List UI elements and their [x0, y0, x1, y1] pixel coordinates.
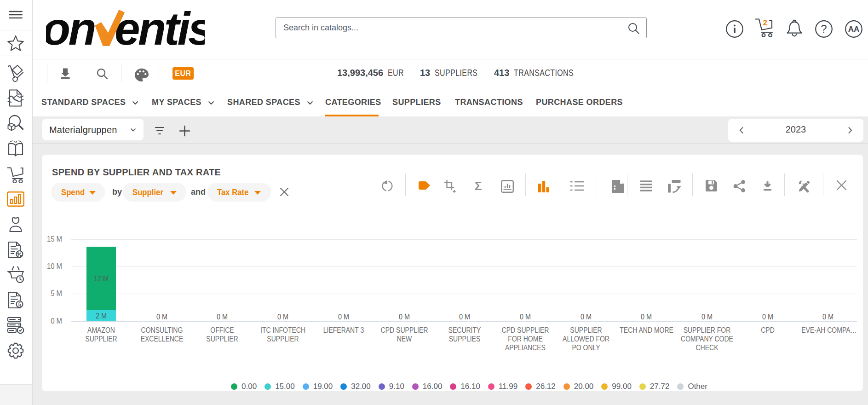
- svg-text:on: on: [46, 5, 95, 48]
- svg-text:AA: AA: [848, 25, 860, 34]
- svg-text:?: ?: [821, 23, 827, 35]
- svg-text:§: §: [18, 301, 21, 308]
- svg-text:2: 2: [763, 18, 767, 27]
- svg-text:entis: entis: [115, 5, 205, 48]
